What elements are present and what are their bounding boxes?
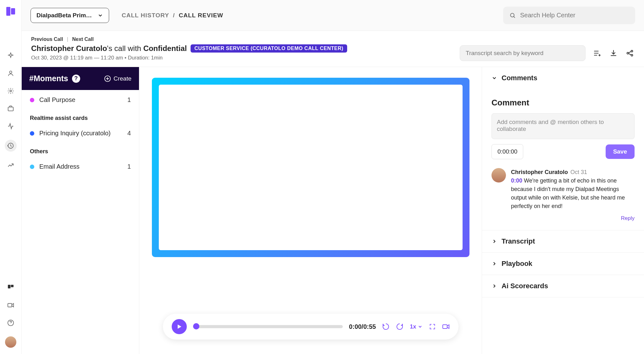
comment-input[interactable]: Add comments and @ mention others to col…: [491, 113, 635, 139]
moment-item[interactable]: Pricing Inquiry (ccuratolo) 4: [22, 123, 139, 143]
chevron-right-icon: [491, 283, 497, 289]
camera-button[interactable]: [442, 323, 450, 330]
activity-icon[interactable]: [7, 122, 15, 130]
breadcrumb: Call History / Call Review: [122, 12, 223, 19]
help-search-input[interactable]: [520, 12, 629, 19]
chevron-right-icon: [491, 261, 497, 267]
moments-section-label: Realtime assist cards: [22, 110, 139, 123]
video-icon[interactable]: [7, 301, 15, 309]
breadcrumb-history[interactable]: Call History: [122, 12, 169, 19]
moments-panel: #Moments? Create Call Purpose 1 Realtime…: [22, 67, 139, 354]
chevron-down-icon: [97, 13, 103, 18]
moment-dot-icon: [30, 165, 34, 169]
call-recording-thumbnail[interactable]: [152, 78, 469, 257]
comment-timestamp-link[interactable]: 0:00: [511, 177, 522, 184]
fullscreen-button[interactable]: [429, 323, 436, 330]
svg-point-5: [510, 13, 514, 17]
svg-rect-10: [443, 325, 447, 329]
play-button[interactable]: [172, 319, 187, 334]
breadcrumb-current: Call Review: [179, 12, 224, 19]
transcript-search-input[interactable]: [460, 45, 586, 61]
call-badge: Customer Service (ccuratolo Demo Call Ce…: [191, 44, 347, 53]
playback-speed-button[interactable]: 1x: [410, 323, 422, 330]
comment-author: Christopher Curatolo: [511, 169, 568, 175]
moments-section-label: Others: [22, 143, 139, 157]
player-time: 0:00/0:55: [349, 323, 376, 330]
right-panel: Comments Comment Add comments and @ ment…: [482, 67, 644, 354]
progress-handle[interactable]: [193, 323, 199, 329]
create-moment-button[interactable]: Create: [104, 75, 131, 82]
comment-text: We're getting a bit of echo in this one …: [511, 177, 625, 209]
comment-form-title: Comment: [491, 98, 635, 108]
workspace-dropdown[interactable]: DialpadBeta Prim…: [31, 8, 109, 23]
expand-icon: [429, 323, 436, 330]
app-logo[interactable]: [5, 6, 16, 17]
comments-body: Comment Add comments and @ mention other…: [482, 89, 644, 230]
user-avatar[interactable]: [5, 336, 16, 348]
comments-accordion-header[interactable]: Comments: [482, 67, 644, 89]
transcript-accordion-header[interactable]: Transcript: [482, 230, 644, 253]
progress-bar[interactable]: [193, 325, 343, 328]
moment-item[interactable]: Email Address 1: [22, 157, 139, 177]
center-panel: 0:00/0:55 1x: [139, 67, 482, 354]
rewind-15-button[interactable]: [382, 323, 390, 330]
call-title: Christopher Curatolo's call with Confide…: [31, 44, 453, 53]
svg-point-1: [10, 90, 12, 92]
chevron-down-icon: [418, 324, 423, 329]
dialpad-icon[interactable]: [7, 284, 15, 292]
share-icon[interactable]: [625, 48, 635, 58]
forward-15-button[interactable]: [396, 323, 403, 330]
help-icon[interactable]: [7, 319, 15, 327]
play-icon: [176, 323, 182, 330]
comment-date: Oct 31: [570, 169, 587, 175]
camera-icon: [442, 323, 450, 330]
next-call-link[interactable]: Next Call: [72, 37, 93, 42]
add-to-list-icon[interactable]: [592, 48, 602, 58]
comment-item: Christopher CuratoloOct 31 0:00 We're ge…: [491, 168, 635, 222]
gear-icon[interactable]: [7, 87, 15, 95]
trending-icon[interactable]: [7, 161, 15, 169]
comment-time-input[interactable]: 0:00:00: [491, 144, 523, 159]
reply-link[interactable]: Reply: [511, 214, 635, 222]
media-player: 0:00/0:55 1x: [163, 314, 458, 340]
top-bar: DialpadBeta Prim… Call History / Call Re…: [22, 0, 644, 31]
chevron-down-icon: [491, 75, 497, 81]
call-subheader: Previous Call | Next Call Christopher Cu…: [22, 31, 644, 67]
download-icon[interactable]: [609, 48, 618, 58]
moments-help-icon[interactable]: ?: [72, 75, 80, 83]
call-nav-links: Previous Call | Next Call: [31, 37, 453, 42]
workspace-name: DialpadBeta Prim…: [36, 12, 92, 19]
svg-point-0: [9, 71, 12, 73]
chevron-right-icon: [491, 239, 497, 244]
briefcase-icon[interactable]: [7, 104, 15, 113]
moment-item[interactable]: Call Purpose 1: [22, 90, 139, 110]
playbook-accordion-header[interactable]: Playbook: [482, 253, 644, 275]
sparkle-icon[interactable]: [7, 52, 15, 60]
history-icon[interactable]: [5, 140, 17, 152]
help-search[interactable]: [503, 7, 635, 24]
comment-avatar: [491, 168, 506, 183]
search-icon: [509, 12, 516, 19]
moment-dot-icon: [30, 98, 34, 102]
moments-header: #Moments? Create: [22, 67, 139, 90]
scorecards-accordion-header[interactable]: Ai Scorecards: [482, 275, 644, 297]
left-nav-rail: [0, 0, 22, 354]
moment-dot-icon: [30, 131, 34, 136]
person-icon[interactable]: [7, 69, 15, 77]
call-meta: Oct 30, 2023 @ 11:19 am — 11:20 am • Dur…: [31, 55, 453, 61]
plus-circle-icon: [104, 75, 111, 82]
save-comment-button[interactable]: Save: [606, 144, 635, 159]
svg-rect-2: [8, 107, 14, 111]
svg-rect-3: [8, 304, 12, 307]
previous-call-link[interactable]: Previous Call: [31, 37, 63, 42]
